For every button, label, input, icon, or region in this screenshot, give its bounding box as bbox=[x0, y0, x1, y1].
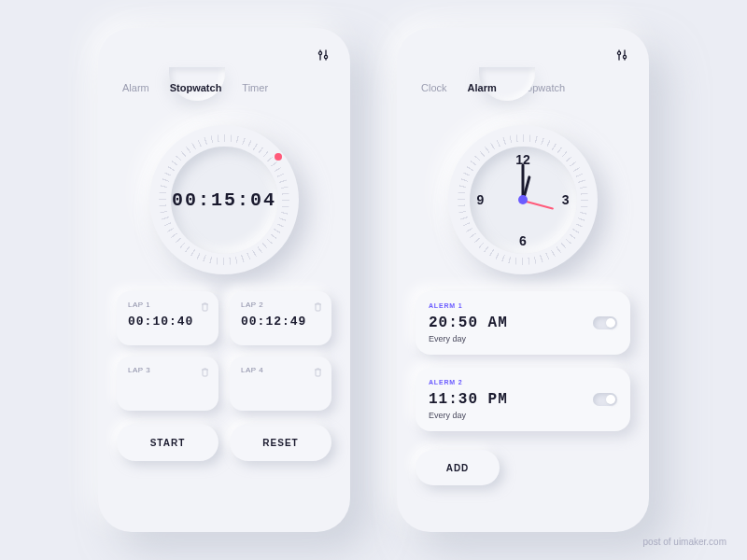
lap-card: LAP 2 00:12:49 bbox=[230, 291, 331, 345]
lap-card: LAP 4 bbox=[230, 357, 331, 411]
alarm-repeat: Every day bbox=[429, 411, 617, 420]
trash-icon[interactable] bbox=[201, 299, 209, 315]
clock-number-9: 9 bbox=[477, 192, 485, 207]
svg-point-3 bbox=[324, 55, 327, 58]
tab-alarm[interactable]: Alarm bbox=[122, 75, 149, 101]
progress-indicator-dot bbox=[275, 153, 282, 161]
lap-label: LAP 1 bbox=[128, 301, 207, 309]
alarm-label: ALERM 2 bbox=[429, 379, 617, 385]
alarm-label: ALERM 1 bbox=[429, 302, 617, 309]
add-button[interactable]: ADD bbox=[416, 450, 500, 485]
start-button[interactable]: START bbox=[117, 424, 218, 461]
lap-card: LAP 1 00:10:40 bbox=[117, 291, 218, 345]
alarm-card: ALERM 1 20:50 AM Every day bbox=[416, 291, 630, 355]
credit-text: post of uimaker.com bbox=[643, 537, 726, 547]
reset-button[interactable]: RESET bbox=[230, 424, 331, 461]
clock-number-6: 6 bbox=[519, 233, 527, 248]
phone-alarm: Clock Alarm Stopwatch 12 3 6 9 ALERM 1 2… bbox=[397, 28, 649, 532]
alarm-time: 11:30 PM bbox=[429, 391, 617, 408]
clock-dial: 12 3 6 9 bbox=[448, 125, 598, 274]
lap-label: LAP 2 bbox=[241, 301, 320, 309]
alarm-repeat: Every day bbox=[429, 334, 617, 343]
alarm-toggle[interactable] bbox=[593, 316, 617, 329]
svg-point-2 bbox=[318, 51, 321, 54]
tab-timer[interactable]: Timer bbox=[242, 75, 268, 101]
clock-center-dot bbox=[518, 195, 528, 204]
lap-card: LAP 3 bbox=[117, 357, 218, 411]
alarm-time: 20:50 AM bbox=[429, 315, 617, 331]
stopwatch-time: 00:15:04 bbox=[172, 189, 276, 211]
clock-face: 12 3 6 9 bbox=[470, 147, 577, 254]
phone-stopwatch: Alarm Stopwatch Timer 00:15:04 LAP 1 00:… bbox=[98, 28, 350, 532]
lap-label: LAP 3 bbox=[128, 366, 207, 374]
lap-time: 00:10:40 bbox=[128, 315, 207, 329]
settings-icon[interactable] bbox=[615, 49, 628, 62]
second-hand bbox=[523, 200, 554, 210]
alarm-card: ALERM 2 11:30 PM Every day bbox=[416, 368, 630, 431]
tab-alarm[interactable]: Alarm bbox=[468, 75, 497, 101]
clock-number-3: 3 bbox=[562, 192, 570, 207]
svg-point-6 bbox=[617, 51, 620, 54]
lap-label: LAP 4 bbox=[241, 366, 320, 374]
trash-icon[interactable] bbox=[201, 364, 209, 381]
settings-icon[interactable] bbox=[317, 49, 330, 62]
dial-inner: 00:15:04 bbox=[171, 147, 278, 254]
svg-point-7 bbox=[623, 55, 626, 58]
trash-icon[interactable] bbox=[314, 364, 322, 381]
trash-icon[interactable] bbox=[314, 299, 322, 315]
tab-clock[interactable]: Clock bbox=[421, 75, 447, 101]
laps-grid: LAP 1 00:10:40 LAP 2 00:12:49 LAP 3 LAP … bbox=[117, 291, 331, 411]
lap-time: 00:12:49 bbox=[241, 315, 320, 329]
stopwatch-dial: 00:15:04 bbox=[149, 125, 299, 274]
tab-stopwatch[interactable]: Stopwatch bbox=[170, 75, 222, 101]
alarm-toggle[interactable] bbox=[593, 393, 617, 406]
